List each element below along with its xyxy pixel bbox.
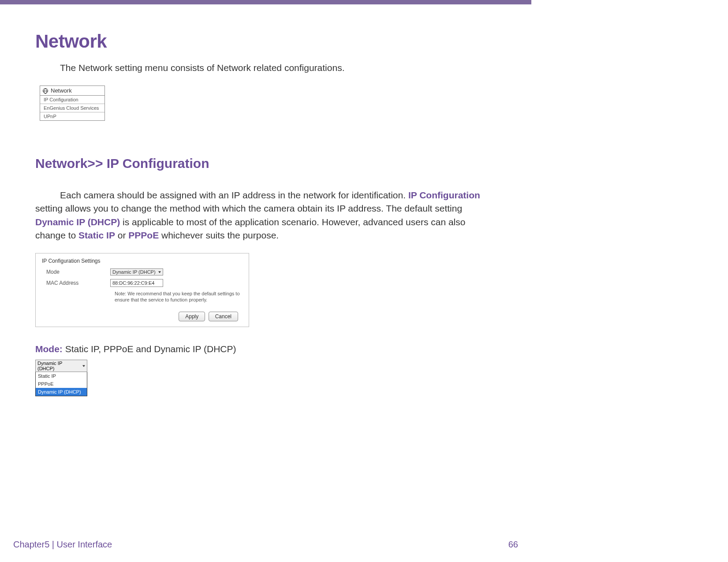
menu-item-ip-config[interactable]: IP Configuration [40, 96, 105, 104]
apply-button[interactable]: Apply [179, 312, 205, 321]
mode-desc-text: Static IP, PPPoE and Dynamic IP (DHCP) [63, 344, 236, 354]
button-row: Apply Cancel [42, 312, 243, 321]
mode-dropdown-open: Dynamic IP (DHCP) Static IP PPPoE Dynami… [35, 360, 87, 396]
section-subtitle: Network>> IP Configuration [35, 156, 496, 171]
footer-chapter: Chapter5 | User Interface [13, 540, 112, 550]
p-hl-ipconfig: IP Configuration [408, 190, 480, 200]
mode-option-dhcp[interactable]: Dynamic IP (DHCP) [36, 388, 87, 396]
network-menu-header[interactable]: Network [40, 86, 105, 96]
p-text-1: Each camera should be assigned with an I… [60, 190, 408, 200]
mode-description: Mode: Static IP, PPPoE and Dynamic IP (D… [35, 344, 496, 354]
network-menu-title: Network [51, 87, 72, 94]
mode-dropdown-list: Static IP PPPoE Dynamic IP (DHCP) [35, 372, 87, 396]
page-footer: Chapter5 | User Interface 66 [13, 540, 518, 550]
mode-select[interactable]: Dynamic IP (DHCP) [110, 268, 163, 275]
p-text-2: setting allows you to change the method … [35, 203, 462, 213]
section-paragraph: Each camera should be assigned with an I… [35, 189, 496, 242]
mac-address-input[interactable]: 88:DC:96:22:C9:E4 [110, 279, 163, 287]
mac-row: MAC Address 88:DC:96:22:C9:E4 [42, 279, 243, 287]
mac-label: MAC Address [42, 280, 110, 286]
top-accent-bar [0, 0, 531, 4]
mode-dropdown-selected[interactable]: Dynamic IP (DHCP) [35, 360, 87, 372]
globe-icon [43, 88, 48, 93]
settings-panel-title: IP Configuration Settings [42, 258, 243, 264]
mode-option-pppoe[interactable]: PPPoE [36, 380, 87, 388]
mode-label: Mode [42, 269, 110, 275]
menu-item-upnp[interactable]: UPnP [40, 112, 105, 120]
page-title: Network [35, 31, 496, 52]
p-text-5: whichever suits the purpose. [159, 230, 279, 240]
p-hl-dhcp: Dynamic IP (DHCP) [35, 217, 120, 227]
intro-text: The Network setting menu consists of Net… [60, 63, 496, 73]
settings-note: Note: We recommend that you keep the def… [115, 290, 247, 303]
footer-page-number: 66 [508, 540, 518, 550]
page-content: Network The Network setting menu consist… [0, 4, 531, 396]
mode-desc-label: Mode: [35, 344, 63, 354]
mode-row: Mode Dynamic IP (DHCP) [42, 268, 243, 275]
mode-option-static[interactable]: Static IP [36, 372, 87, 380]
cancel-button[interactable]: Cancel [209, 312, 238, 321]
p-hl-static: Static IP [78, 230, 115, 240]
ip-config-settings-panel: IP Configuration Settings Mode Dynamic I… [35, 253, 249, 328]
p-text-4: or [115, 230, 128, 240]
network-menu: Network IP Configuration EnGenius Cloud … [40, 86, 105, 121]
menu-item-engenius[interactable]: EnGenius Cloud Services [40, 104, 105, 112]
p-hl-pppoe: PPPoE [128, 230, 159, 240]
